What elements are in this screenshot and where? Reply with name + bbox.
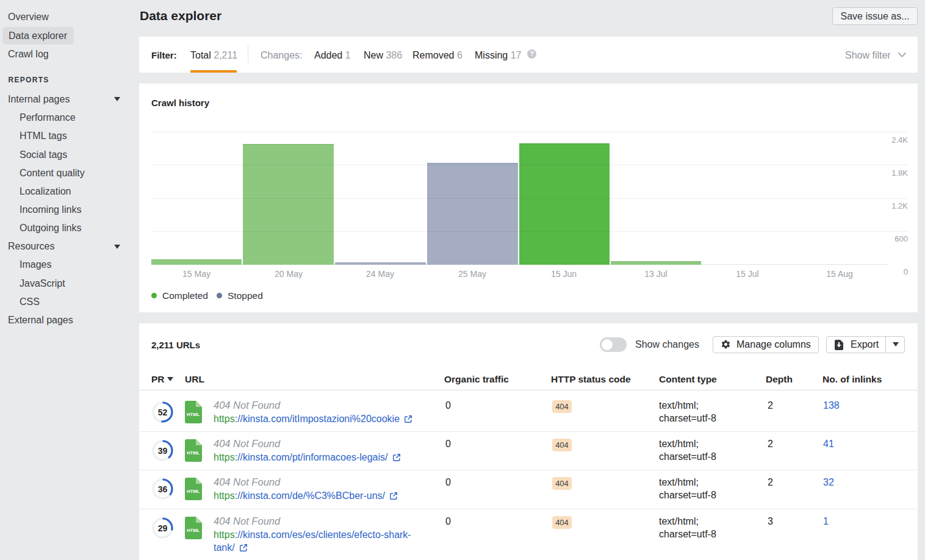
svg-text:HTML: HTML — [187, 528, 200, 533]
svg-text:52: 52 — [158, 407, 168, 417]
svg-text:HTML: HTML — [187, 412, 200, 417]
svg-text:HTML: HTML — [187, 450, 200, 456]
svg-text:29: 29 — [158, 523, 168, 533]
svg-text:36: 36 — [158, 484, 168, 494]
svg-text:HTML: HTML — [187, 489, 200, 494]
svg-text:39: 39 — [158, 446, 168, 456]
